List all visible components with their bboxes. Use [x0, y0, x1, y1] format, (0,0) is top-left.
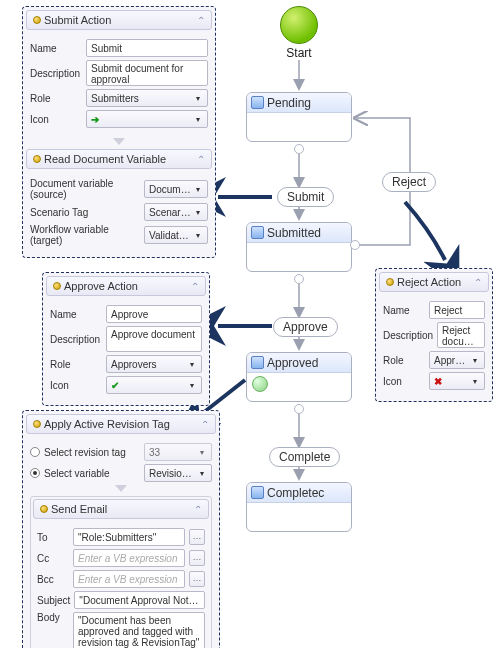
label: Description [30, 68, 82, 79]
collapse-icon[interactable]: ⌃ [191, 281, 199, 292]
wfvar-dropdown[interactable]: ValidationVariable▾ [144, 226, 208, 244]
start-node[interactable]: Start [265, 6, 333, 60]
panel-header[interactable]: Send Email ⌃ [33, 499, 209, 519]
label: Icon [30, 114, 82, 125]
panel-title: Approve Action [64, 280, 188, 292]
transition-submit[interactable]: Submit [277, 187, 334, 207]
transition-reject[interactable]: Reject [382, 172, 436, 192]
expand-down-icon[interactable] [115, 485, 127, 492]
icon-dropdown[interactable]: ✖▾ [429, 372, 485, 390]
collapse-icon[interactable]: ⌃ [197, 154, 205, 165]
collapse-icon[interactable]: ⌃ [474, 277, 482, 288]
chevron-down-icon: ▾ [191, 183, 205, 195]
panel-header[interactable]: Submit Action ⌃ [26, 10, 212, 30]
to-field[interactable]: "Role:Submitters" [73, 528, 185, 546]
panel-reject-action[interactable]: Reject Action ⌃ Name Reject Description … [375, 268, 493, 402]
role-dropdown[interactable]: Submitters▾ [86, 89, 208, 107]
port[interactable] [294, 274, 304, 284]
panel-apply-revision-tag[interactable]: Apply Active Revision Tag ⌃ Select revis… [22, 410, 220, 648]
port[interactable] [350, 240, 360, 250]
panel-title: Apply Active Revision Tag [44, 418, 198, 430]
chevron-down-icon: ▾ [185, 379, 199, 391]
arrow-right-icon: ➔ [91, 113, 191, 126]
panel-title: Read Document Variable [44, 153, 194, 165]
radio-select-revision-tag[interactable] [30, 447, 40, 457]
label: Description [383, 330, 433, 341]
bcc-field[interactable]: Enter a VB expression [73, 570, 185, 588]
x-icon: ✖ [434, 375, 468, 388]
icon-dropdown[interactable]: ✔▾ [106, 376, 202, 394]
icon-dropdown[interactable]: ➔▾ [86, 110, 208, 128]
description-field[interactable]: Submit document for approval [86, 60, 208, 86]
chevron-down-icon: ▾ [468, 375, 482, 387]
chevron-down-icon: ▾ [191, 229, 205, 241]
ellipsis-button[interactable]: … [189, 571, 205, 587]
label: Workflow variable (target) [30, 224, 140, 246]
state-pending[interactable]: Pending [246, 92, 352, 142]
panel-header[interactable]: Read Document Variable ⌃ [26, 149, 212, 169]
state-approved[interactable]: Approved [246, 352, 352, 402]
cc-field[interactable]: Enter a VB expression [73, 549, 185, 567]
chevron-down-icon: ▾ [185, 358, 199, 370]
panel-send-email[interactable]: Send Email ⌃ To "Role:Submitters" … Cc E… [30, 496, 212, 648]
role-dropdown[interactable]: Approvers▾ [106, 355, 202, 373]
state-icon [251, 486, 264, 499]
revision-tag-dropdown[interactable]: 33▾ [144, 443, 212, 461]
bullet-icon [33, 420, 41, 428]
chevron-down-icon: ▾ [191, 113, 205, 125]
chevron-down-icon: ▾ [468, 354, 482, 366]
label: To [37, 532, 69, 543]
role-dropdown[interactable]: Approvers▾ [429, 351, 485, 369]
collapse-icon[interactable]: ⌃ [201, 419, 209, 430]
bullet-icon [33, 155, 41, 163]
label: Document variable (source) [30, 178, 140, 200]
panel-title: Reject Action [397, 276, 471, 288]
state-title: Approved [267, 356, 318, 370]
port[interactable] [294, 144, 304, 154]
variable-dropdown[interactable]: RevisionTag▾ [144, 464, 212, 482]
panel-header[interactable]: Approve Action ⌃ [46, 276, 206, 296]
subject-field[interactable]: "Document Approval Notification" [74, 591, 205, 609]
name-field[interactable]: Approve [106, 305, 202, 323]
panel-title: Send Email [51, 503, 191, 515]
radio-select-variable[interactable] [30, 468, 40, 478]
label: Icon [383, 376, 425, 387]
state-icon [251, 226, 264, 239]
check-icon: ✔ [111, 379, 185, 392]
name-field[interactable]: Submit [86, 39, 208, 57]
transition-approve[interactable]: Approve [273, 317, 338, 337]
label: Select revision tag [44, 447, 140, 458]
scenario-dropdown[interactable]: ScenarioVariable▾ [144, 203, 208, 221]
label: Name [50, 309, 102, 320]
ellipsis-button[interactable]: … [189, 529, 205, 545]
collapse-icon[interactable]: ⌃ [194, 504, 202, 515]
bullet-icon [53, 282, 61, 290]
label: Name [30, 43, 82, 54]
docvar-dropdown[interactable]: DocumentVariable▾ [144, 180, 208, 198]
bullet-icon [33, 16, 41, 24]
state-submitted[interactable]: Submitted [246, 222, 352, 272]
panel-header[interactable]: Reject Action ⌃ [379, 272, 489, 292]
expand-down-icon[interactable] [113, 138, 125, 145]
panel-header[interactable]: Apply Active Revision Tag ⌃ [26, 414, 216, 434]
name-field[interactable]: Reject [429, 301, 485, 319]
body-field[interactable]: "Document has been approved and tagged w… [73, 612, 205, 648]
state-icon [251, 96, 264, 109]
state-title: Completec [267, 486, 324, 500]
description-field[interactable]: Approve document [106, 326, 202, 352]
label: Icon [50, 380, 102, 391]
state-completed[interactable]: Completec [246, 482, 352, 532]
panel-submit-action[interactable]: Submit Action ⌃ Name Submit Description … [22, 6, 216, 258]
panel-approve-action[interactable]: Approve Action ⌃ Name Approve Descriptio… [42, 272, 210, 406]
description-field[interactable]: Reject document [437, 322, 485, 348]
panel-title: Submit Action [44, 14, 194, 26]
label: Name [383, 305, 425, 316]
label: Role [50, 359, 102, 370]
transition-complete[interactable]: Complete [269, 447, 340, 467]
ellipsis-button[interactable]: … [189, 550, 205, 566]
port[interactable] [294, 404, 304, 414]
chevron-down-icon: ▾ [195, 446, 209, 458]
label: Scenario Tag [30, 207, 140, 218]
collapse-icon[interactable]: ⌃ [197, 15, 205, 26]
label: Subject [37, 595, 70, 606]
